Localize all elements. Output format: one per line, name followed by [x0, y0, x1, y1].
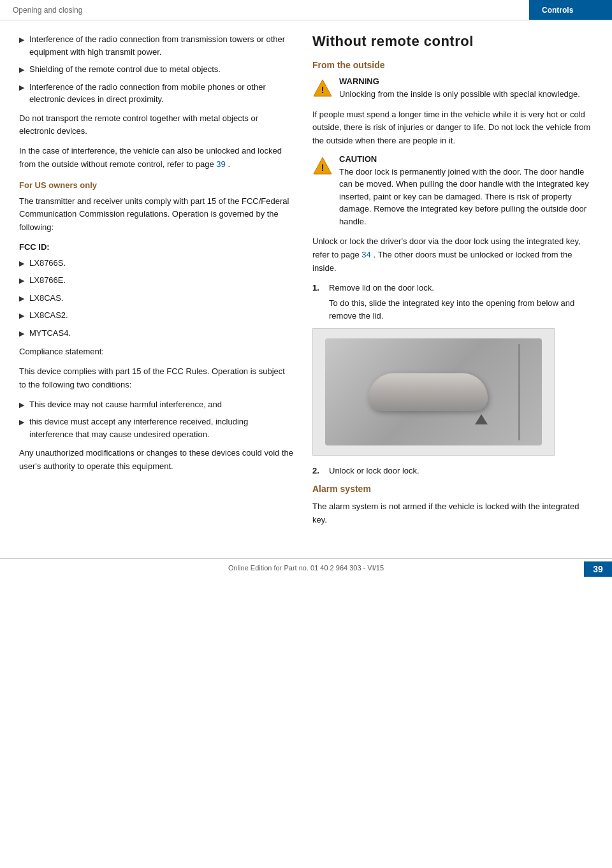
alarm-system-text: The alarm system is not armed if the veh… [312, 500, 593, 527]
step-content: Unlock or lock door lock. [329, 465, 419, 477]
warning-text: Unlocking from the inside is only possib… [339, 88, 593, 101]
numbered-steps-2: 2. Unlock or lock door lock. [312, 465, 593, 477]
list-item: ▶ Interference of the radio connection f… [19, 81, 293, 106]
from-outside-heading: From the outside [312, 60, 593, 70]
for-us-para1: The transmitter and receiver units compl… [19, 195, 293, 235]
for-us-owners-heading: For US owners only [19, 180, 293, 190]
door-arrow-indicator [475, 414, 488, 424]
fcc-id-label: FCC ID: [19, 241, 293, 254]
warning-title: WARNING [339, 76, 593, 86]
door-handle-shape [368, 373, 488, 411]
from-outside-para2: Unlock or lock the driver's door via the… [312, 235, 593, 275]
final-para: Any unauthorized modifications or change… [19, 447, 293, 474]
fcc-item: MYTCAS4. [29, 327, 71, 340]
page-title: Without remote control [312, 33, 593, 50]
alarm-system-heading: Alarm system [312, 484, 593, 494]
bullet-arrow-icon: ▶ [19, 34, 24, 45]
step-2: 2. Unlock or lock door lock. [312, 465, 593, 477]
compliance-bullet: this device must accept any interference… [29, 416, 293, 440]
caution-title: CAUTION [339, 154, 593, 164]
step-num: 2. [312, 465, 323, 477]
page-number: 39 [584, 561, 612, 577]
fcc-item: LX8CAS2. [29, 309, 68, 322]
fcc-item: LX8CAS. [29, 292, 63, 305]
door-image [312, 328, 555, 456]
footer-text: Online Edition for Part no. 01 40 2 964 … [228, 564, 384, 572]
fcc-list: ▶ LX8766S. ▶ LX8766E. ▶ LX8CAS. ▶ LX8CAS… [19, 257, 293, 340]
list-item: ▶ LX8CAS. [19, 292, 293, 305]
compliance-bullet-list: ▶ This device may not cause harmful inte… [19, 398, 293, 441]
bullet-arrow-icon: ▶ [19, 328, 24, 339]
caution-content: CAUTION The door lock is permanently joi… [339, 154, 593, 228]
compliance-bullet: This device may not cause harmful interf… [29, 398, 222, 411]
para2-text: In the case of interference, the vehicle… [19, 146, 282, 169]
list-item: ▶ LX8766E. [19, 274, 293, 287]
compliance-label-text: Compliance statement: [19, 347, 104, 356]
header-left-label: Opening and closing [0, 6, 529, 15]
list-item: ▶ LX8CAS2. [19, 309, 293, 322]
warning-box: ! WARNING Unlocking from the inside is o… [312, 76, 593, 101]
para2-link[interactable]: 39 [216, 159, 225, 169]
caution-icon: ! [312, 156, 333, 176]
door-line [518, 344, 520, 440]
step-1: 1. Remove lid on the door lock. To do th… [312, 282, 593, 322]
bullet-list: ▶ Interference of the radio connection f… [19, 33, 293, 106]
para2-link[interactable]: 34 [361, 250, 370, 259]
step-text: Remove lid on the door lock. [329, 282, 593, 294]
bullet-text: Shielding of the remote control due to m… [29, 63, 221, 76]
header-chapter-label: Controls [542, 6, 573, 15]
bullet-arrow-icon: ▶ [19, 82, 24, 93]
list-item: ▶ LX8766S. [19, 257, 293, 270]
page-header: Opening and closing Controls [0, 0, 612, 20]
caution-box: ! CAUTION The door lock is permanently j… [312, 154, 593, 228]
page-footer: Online Edition for Part no. 01 40 2 964 … [0, 558, 612, 577]
warning-icon: ! [312, 78, 333, 98]
list-item: ▶ this device must accept any interferen… [19, 416, 293, 440]
bullet-arrow-icon: ▶ [19, 417, 24, 428]
bullet-arrow-icon: ▶ [19, 275, 24, 286]
list-item: ▶ MYTCAS4. [19, 327, 293, 340]
compliance-para: This device complies with part 15 of the… [19, 365, 293, 392]
right-column: Without remote control From the outside … [312, 33, 593, 533]
header-right-label: Controls [529, 0, 612, 20]
left-column: ▶ Interference of the radio connection f… [19, 33, 312, 533]
list-item: ▶ This device may not cause harmful inte… [19, 398, 293, 411]
bullet-text: Interference of the radio connection fro… [29, 81, 293, 106]
svg-text:!: ! [321, 85, 324, 95]
compliance-label: Compliance statement: [19, 345, 293, 359]
warning-content: WARNING Unlocking from the inside is onl… [339, 76, 593, 101]
numbered-steps: 1. Remove lid on the door lock. To do th… [312, 282, 593, 322]
bullet-arrow-icon: ▶ [19, 310, 24, 321]
step-sub-text: To do this, slide the integrated key int… [329, 297, 593, 322]
fcc-item: LX8766E. [29, 274, 66, 287]
header-section-label: Opening and closing [13, 6, 82, 15]
bullet-arrow-icon: ▶ [19, 293, 24, 304]
bullet-arrow-icon: ▶ [19, 400, 24, 410]
step-content: Remove lid on the door lock. To do this,… [329, 282, 593, 322]
from-outside-para1: If people must spend a longer time in th… [312, 108, 593, 148]
para2: In the case of interference, the vehicle… [19, 145, 293, 171]
list-item: ▶ Interference of the radio connection f… [19, 33, 293, 58]
bullet-text: Interference of the radio connection fro… [29, 33, 293, 58]
para2-end: . [228, 159, 230, 169]
main-content: ▶ Interference of the radio connection f… [0, 20, 612, 546]
door-image-inner [325, 338, 542, 445]
para1: Do not transport the remote control toge… [19, 112, 293, 139]
bullet-arrow-icon: ▶ [19, 258, 24, 269]
svg-text:!: ! [321, 163, 324, 173]
bullet-arrow-icon: ▶ [19, 64, 24, 75]
list-item: ▶ Shielding of the remote control due to… [19, 63, 293, 76]
fcc-item: LX8766S. [29, 257, 66, 270]
step-num: 1. [312, 282, 323, 294]
caution-text: The door lock is permanently joined with… [339, 166, 593, 228]
step-text: Unlock or lock door lock. [329, 465, 419, 477]
